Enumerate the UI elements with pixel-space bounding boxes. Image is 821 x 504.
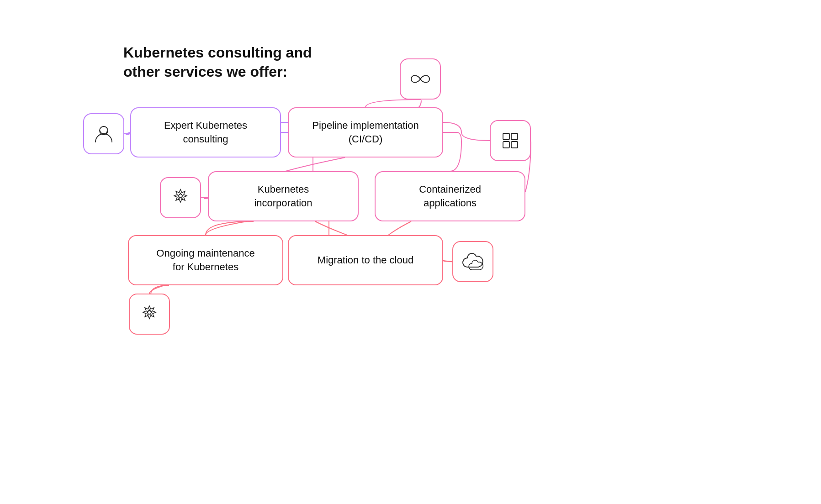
cloud-icon	[461, 252, 485, 272]
svg-rect-2	[503, 133, 509, 140]
maintenance-box: Ongoing maintenancefor Kubernetes	[128, 235, 283, 285]
cloud-icon-box	[452, 241, 493, 282]
svg-rect-4	[503, 142, 509, 148]
svg-rect-5	[511, 142, 518, 148]
helm-icon-2	[138, 303, 160, 325]
svg-marker-9	[143, 306, 156, 319]
expert-kubernetes-box: Expert Kubernetesconsulting	[130, 107, 281, 158]
containerized-label: Containerizedapplications	[419, 183, 481, 210]
helm-icon-2-box	[129, 294, 170, 335]
svg-point-8	[179, 194, 182, 198]
user-icon-box	[83, 113, 124, 154]
main-canvas: Kubernetes consulting and other services…	[0, 0, 821, 504]
helm-icon-1-box	[160, 177, 201, 218]
user-icon	[93, 123, 115, 145]
maintenance-label: Ongoing maintenancefor Kubernetes	[156, 247, 254, 273]
containerized-box: Containerizedapplications	[375, 171, 525, 221]
k8s-incorporation-box: Kubernetesincorporation	[208, 171, 359, 221]
migration-box: Migration to the cloud	[288, 235, 443, 285]
infinity-icon	[408, 72, 433, 86]
pipeline-label: Pipeline implementation(CI/CD)	[312, 119, 419, 146]
svg-marker-6	[174, 189, 187, 202]
svg-rect-3	[511, 133, 518, 140]
infinity-icon-box	[400, 58, 441, 100]
page-title: Kubernetes consulting and other services…	[123, 43, 315, 81]
migration-label: Migration to the cloud	[318, 253, 413, 267]
k8s-incorporation-label: Kubernetesincorporation	[254, 183, 312, 210]
expert-kubernetes-label: Expert Kubernetesconsulting	[164, 119, 247, 146]
helm-icon-1	[169, 187, 191, 209]
dashboard-icon	[499, 130, 521, 152]
svg-point-11	[148, 310, 151, 314]
pipeline-box: Pipeline implementation(CI/CD)	[288, 107, 443, 158]
dashboard-icon-box	[490, 120, 531, 161]
